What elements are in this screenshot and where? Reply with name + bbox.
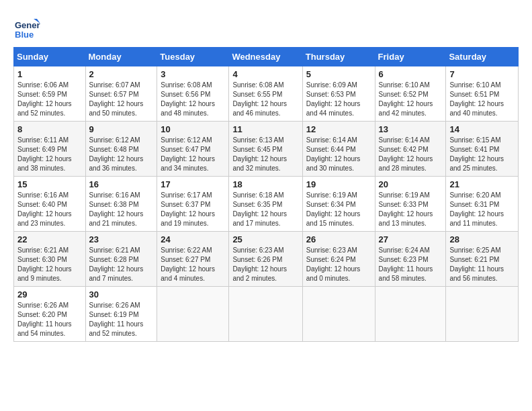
calendar-cell xyxy=(157,287,229,342)
calendar-cell: 14Sunrise: 6:15 AMSunset: 6:41 PMDayligh… xyxy=(446,122,519,177)
day-detail: Sunrise: 6:19 AMSunset: 6:33 PMDaylight:… xyxy=(379,191,443,228)
logo: General Blue xyxy=(13,13,43,40)
calendar-cell: 6Sunrise: 6:10 AMSunset: 6:52 PMDaylight… xyxy=(375,66,446,122)
day-number: 16 xyxy=(89,179,154,189)
day-number: 7 xyxy=(449,69,515,79)
calendar-cell: 2Sunrise: 6:07 AMSunset: 6:57 PMDaylight… xyxy=(85,66,157,122)
day-number: 12 xyxy=(306,124,371,134)
day-number: 28 xyxy=(449,234,515,244)
calendar-cell: 30Sunrise: 6:26 AMSunset: 6:19 PMDayligh… xyxy=(85,287,157,342)
calendar-table: SundayMondayTuesdayWednesdayThursdayFrid… xyxy=(13,47,519,342)
calendar-cell: 28Sunrise: 6:25 AMSunset: 6:21 PMDayligh… xyxy=(446,232,519,287)
day-number: 26 xyxy=(306,234,371,244)
calendar-cell xyxy=(375,287,446,342)
calendar-cell xyxy=(302,287,375,342)
day-detail: Sunrise: 6:22 AMSunset: 6:27 PMDaylight:… xyxy=(161,246,225,283)
day-detail: Sunrise: 6:12 AMSunset: 6:48 PMDaylight:… xyxy=(89,136,154,173)
svg-text:Blue: Blue xyxy=(15,30,34,40)
day-detail: Sunrise: 6:08 AMSunset: 6:56 PMDaylight:… xyxy=(161,81,225,118)
calendar-cell: 1Sunrise: 6:06 AMSunset: 6:59 PMDaylight… xyxy=(14,66,86,122)
day-detail: Sunrise: 6:11 AMSunset: 6:49 PMDaylight:… xyxy=(17,136,82,173)
calendar-cell: 11Sunrise: 6:13 AMSunset: 6:45 PMDayligh… xyxy=(229,122,302,177)
column-header-tuesday: Tuesday xyxy=(157,48,229,66)
column-header-wednesday: Wednesday xyxy=(229,48,302,66)
calendar-cell: 16Sunrise: 6:16 AMSunset: 6:38 PMDayligh… xyxy=(85,177,157,232)
day-detail: Sunrise: 6:18 AMSunset: 6:35 PMDaylight:… xyxy=(232,191,298,228)
calendar-cell: 5Sunrise: 6:09 AMSunset: 6:53 PMDaylight… xyxy=(302,66,375,122)
day-detail: Sunrise: 6:14 AMSunset: 6:44 PMDaylight:… xyxy=(306,136,371,173)
column-header-friday: Friday xyxy=(375,48,446,66)
day-detail: Sunrise: 6:19 AMSunset: 6:34 PMDaylight:… xyxy=(306,191,371,228)
day-number: 21 xyxy=(449,179,515,189)
calendar-week-5: 29Sunrise: 6:26 AMSunset: 6:20 PMDayligh… xyxy=(14,287,519,342)
column-header-sunday: Sunday xyxy=(14,48,86,66)
day-number: 5 xyxy=(306,69,371,79)
day-number: 3 xyxy=(161,69,225,79)
calendar-cell: 29Sunrise: 6:26 AMSunset: 6:20 PMDayligh… xyxy=(14,287,86,342)
calendar-cell: 20Sunrise: 6:19 AMSunset: 6:33 PMDayligh… xyxy=(375,177,446,232)
day-detail: Sunrise: 6:10 AMSunset: 6:52 PMDaylight:… xyxy=(379,81,443,118)
calendar-cell: 10Sunrise: 6:12 AMSunset: 6:47 PMDayligh… xyxy=(157,122,229,177)
calendar-week-4: 22Sunrise: 6:21 AMSunset: 6:30 PMDayligh… xyxy=(14,232,519,287)
day-number: 13 xyxy=(379,124,443,134)
calendar-cell: 17Sunrise: 6:17 AMSunset: 6:37 PMDayligh… xyxy=(157,177,229,232)
day-number: 1 xyxy=(17,69,82,79)
column-header-saturday: Saturday xyxy=(446,48,519,66)
day-detail: Sunrise: 6:25 AMSunset: 6:21 PMDaylight:… xyxy=(449,246,515,283)
calendar-cell: 7Sunrise: 6:10 AMSunset: 6:51 PMDaylight… xyxy=(446,66,519,122)
day-detail: Sunrise: 6:17 AMSunset: 6:37 PMDaylight:… xyxy=(161,191,225,228)
day-detail: Sunrise: 6:23 AMSunset: 6:24 PMDaylight:… xyxy=(306,246,371,283)
calendar-header-row: SundayMondayTuesdayWednesdayThursdayFrid… xyxy=(14,48,519,66)
day-detail: Sunrise: 6:26 AMSunset: 6:19 PMDaylight:… xyxy=(89,301,154,338)
day-number: 27 xyxy=(379,234,443,244)
day-detail: Sunrise: 6:14 AMSunset: 6:42 PMDaylight:… xyxy=(379,136,443,173)
calendar-week-2: 8Sunrise: 6:11 AMSunset: 6:49 PMDaylight… xyxy=(14,122,519,177)
day-number: 22 xyxy=(17,234,82,244)
day-number: 17 xyxy=(161,179,225,189)
day-number: 4 xyxy=(232,69,298,79)
day-number: 25 xyxy=(232,234,298,244)
day-number: 6 xyxy=(379,69,443,79)
day-detail: Sunrise: 6:21 AMSunset: 6:30 PMDaylight:… xyxy=(17,246,82,283)
day-detail: Sunrise: 6:07 AMSunset: 6:57 PMDaylight:… xyxy=(89,81,154,118)
day-detail: Sunrise: 6:23 AMSunset: 6:26 PMDaylight:… xyxy=(232,246,298,283)
column-header-thursday: Thursday xyxy=(302,48,375,66)
day-detail: Sunrise: 6:13 AMSunset: 6:45 PMDaylight:… xyxy=(232,136,298,173)
calendar-cell: 12Sunrise: 6:14 AMSunset: 6:44 PMDayligh… xyxy=(302,122,375,177)
day-detail: Sunrise: 6:08 AMSunset: 6:55 PMDaylight:… xyxy=(232,81,298,118)
day-detail: Sunrise: 6:09 AMSunset: 6:53 PMDaylight:… xyxy=(306,81,371,118)
calendar-cell: 23Sunrise: 6:21 AMSunset: 6:28 PMDayligh… xyxy=(85,232,157,287)
day-detail: Sunrise: 6:16 AMSunset: 6:40 PMDaylight:… xyxy=(17,191,82,228)
calendar-cell: 27Sunrise: 6:24 AMSunset: 6:23 PMDayligh… xyxy=(375,232,446,287)
day-number: 9 xyxy=(89,124,154,134)
day-number: 14 xyxy=(449,124,515,134)
calendar-cell: 4Sunrise: 6:08 AMSunset: 6:55 PMDaylight… xyxy=(229,66,302,122)
calendar-cell xyxy=(446,287,519,342)
calendar-week-1: 1Sunrise: 6:06 AMSunset: 6:59 PMDaylight… xyxy=(14,66,519,122)
day-number: 20 xyxy=(379,179,443,189)
day-number: 10 xyxy=(161,124,225,134)
calendar-cell: 21Sunrise: 6:20 AMSunset: 6:31 PMDayligh… xyxy=(446,177,519,232)
calendar-cell xyxy=(229,287,302,342)
day-detail: Sunrise: 6:12 AMSunset: 6:47 PMDaylight:… xyxy=(161,136,225,173)
day-detail: Sunrise: 6:26 AMSunset: 6:20 PMDaylight:… xyxy=(17,301,82,338)
calendar-cell: 24Sunrise: 6:22 AMSunset: 6:27 PMDayligh… xyxy=(157,232,229,287)
day-number: 15 xyxy=(17,179,82,189)
calendar-cell: 3Sunrise: 6:08 AMSunset: 6:56 PMDaylight… xyxy=(157,66,229,122)
calendar-week-3: 15Sunrise: 6:16 AMSunset: 6:40 PMDayligh… xyxy=(14,177,519,232)
day-number: 29 xyxy=(17,289,82,300)
calendar-cell: 22Sunrise: 6:21 AMSunset: 6:30 PMDayligh… xyxy=(14,232,86,287)
calendar-cell: 26Sunrise: 6:23 AMSunset: 6:24 PMDayligh… xyxy=(302,232,375,287)
day-detail: Sunrise: 6:06 AMSunset: 6:59 PMDaylight:… xyxy=(17,81,82,118)
calendar-cell: 13Sunrise: 6:14 AMSunset: 6:42 PMDayligh… xyxy=(375,122,446,177)
calendar-cell: 19Sunrise: 6:19 AMSunset: 6:34 PMDayligh… xyxy=(302,177,375,232)
calendar-cell: 9Sunrise: 6:12 AMSunset: 6:48 PMDaylight… xyxy=(85,122,157,177)
day-number: 11 xyxy=(232,124,298,134)
day-number: 23 xyxy=(89,234,154,244)
day-number: 2 xyxy=(89,69,154,79)
calendar-cell: 18Sunrise: 6:18 AMSunset: 6:35 PMDayligh… xyxy=(229,177,302,232)
day-detail: Sunrise: 6:20 AMSunset: 6:31 PMDaylight:… xyxy=(449,191,515,228)
logo-icon: General Blue xyxy=(13,13,40,40)
column-header-monday: Monday xyxy=(85,48,157,66)
svg-text:General: General xyxy=(15,20,40,30)
